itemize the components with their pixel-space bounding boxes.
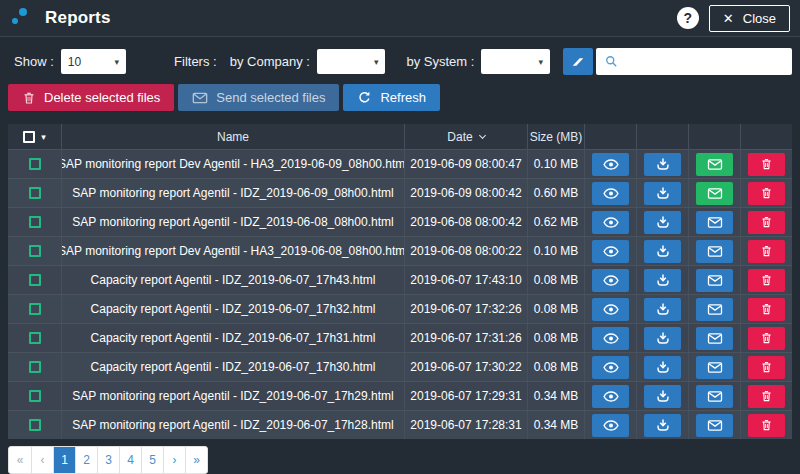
- delete-button[interactable]: [748, 385, 785, 408]
- refresh-button[interactable]: Refresh: [343, 84, 440, 111]
- page-button[interactable]: ›: [163, 447, 185, 473]
- row-checkbox[interactable]: [29, 419, 41, 431]
- delete-button[interactable]: [748, 240, 785, 263]
- company-select[interactable]: ▾: [317, 49, 386, 74]
- mail-icon: [707, 303, 723, 316]
- report-name: SAP monitoring report Dev Agentil - HA3_…: [62, 150, 405, 178]
- download-button[interactable]: [644, 182, 681, 205]
- send-cell: [689, 266, 741, 294]
- send-button[interactable]: [696, 298, 733, 321]
- column-header-name[interactable]: Name: [62, 124, 405, 149]
- mail-icon: [707, 187, 723, 200]
- report-date: 2019-06-07 17:29:31: [405, 382, 528, 410]
- view-button[interactable]: [592, 182, 629, 205]
- view-cell: [585, 353, 637, 381]
- mail-icon: [192, 91, 208, 105]
- view-button[interactable]: [592, 211, 629, 234]
- send-selected-button[interactable]: Send selected files: [178, 84, 339, 111]
- search-input[interactable]: [625, 48, 784, 75]
- page-button[interactable]: ‹: [31, 447, 53, 473]
- send-button[interactable]: [696, 269, 733, 292]
- show-select[interactable]: 10 ▾: [61, 49, 126, 74]
- download-button[interactable]: [644, 240, 681, 263]
- send-button[interactable]: [696, 153, 733, 176]
- page-button[interactable]: 1: [53, 447, 75, 473]
- view-button[interactable]: [592, 327, 629, 350]
- column-header-size[interactable]: Size (MB): [528, 124, 585, 149]
- download-button[interactable]: [644, 385, 681, 408]
- filters-label: Filters :: [174, 54, 217, 69]
- search-box[interactable]: [596, 48, 792, 75]
- mail-icon: [707, 361, 723, 374]
- page-button[interactable]: 5: [141, 447, 163, 473]
- delete-button[interactable]: [748, 182, 785, 205]
- report-size: 0.10 MB: [528, 150, 585, 178]
- row-checkbox[interactable]: [29, 274, 41, 286]
- view-button[interactable]: [592, 269, 629, 292]
- report-date: 2019-06-07 17:28:31: [405, 411, 528, 439]
- row-checkbox[interactable]: [29, 303, 41, 315]
- send-button[interactable]: [696, 240, 733, 263]
- download-button[interactable]: [644, 327, 681, 350]
- selection-menu-caret-icon[interactable]: ▾: [41, 132, 46, 142]
- view-button[interactable]: [592, 240, 629, 263]
- mail-icon: [707, 216, 723, 229]
- delete-selected-button[interactable]: Delete selected files: [8, 84, 174, 111]
- send-button[interactable]: [696, 211, 733, 234]
- download-icon: [656, 331, 670, 345]
- send-button[interactable]: [696, 356, 733, 379]
- help-button[interactable]: ?: [677, 7, 699, 29]
- row-checkbox[interactable]: [29, 216, 41, 228]
- send-button[interactable]: [696, 182, 733, 205]
- send-cell: [689, 208, 741, 236]
- send-button[interactable]: [696, 414, 733, 437]
- download-button[interactable]: [644, 298, 681, 321]
- download-icon: [656, 302, 670, 316]
- delete-cell: [741, 266, 792, 294]
- delete-button[interactable]: [748, 298, 785, 321]
- download-cell: [637, 237, 689, 265]
- download-button[interactable]: [644, 211, 681, 234]
- view-button[interactable]: [592, 153, 629, 176]
- row-checkbox[interactable]: [29, 245, 41, 257]
- delete-button[interactable]: [748, 269, 785, 292]
- page-button[interactable]: 2: [75, 447, 97, 473]
- delete-button[interactable]: [748, 327, 785, 350]
- row-checkbox[interactable]: [29, 361, 41, 373]
- download-button[interactable]: [644, 414, 681, 437]
- row-checkbox-cell: [8, 208, 62, 236]
- view-button[interactable]: [592, 356, 629, 379]
- delete-button[interactable]: [748, 211, 785, 234]
- page-button[interactable]: 3: [97, 447, 119, 473]
- row-checkbox[interactable]: [29, 187, 41, 199]
- row-checkbox[interactable]: [29, 158, 41, 170]
- page-button[interactable]: »: [185, 447, 207, 473]
- page-button[interactable]: «: [9, 447, 31, 473]
- delete-button[interactable]: [748, 153, 785, 176]
- view-button[interactable]: [592, 414, 629, 437]
- report-size: 0.60 MB: [528, 179, 585, 207]
- view-cell: [585, 324, 637, 352]
- close-button[interactable]: ✕ Close: [709, 5, 790, 32]
- send-button[interactable]: [696, 327, 733, 350]
- send-button[interactable]: [696, 385, 733, 408]
- trash-icon: [22, 91, 36, 105]
- download-button[interactable]: [644, 356, 681, 379]
- view-button[interactable]: [592, 298, 629, 321]
- delete-button[interactable]: [748, 414, 785, 437]
- page-button[interactable]: 4: [119, 447, 141, 473]
- eye-icon: [603, 245, 619, 258]
- system-select[interactable]: ▾: [481, 49, 550, 74]
- view-button[interactable]: [592, 385, 629, 408]
- download-button[interactable]: [644, 269, 681, 292]
- row-checkbox[interactable]: [29, 390, 41, 402]
- clear-filters-button[interactable]: [563, 48, 593, 75]
- report-name: Capacity report Agentil - IDZ_2019-06-07…: [62, 295, 405, 323]
- row-checkbox[interactable]: [29, 332, 41, 344]
- send-cell: [689, 382, 741, 410]
- by-company-label: by Company :: [230, 54, 310, 69]
- column-header-date[interactable]: Date: [405, 124, 528, 149]
- select-all-checkbox[interactable]: [23, 131, 35, 143]
- download-button[interactable]: [644, 153, 681, 176]
- delete-button[interactable]: [748, 356, 785, 379]
